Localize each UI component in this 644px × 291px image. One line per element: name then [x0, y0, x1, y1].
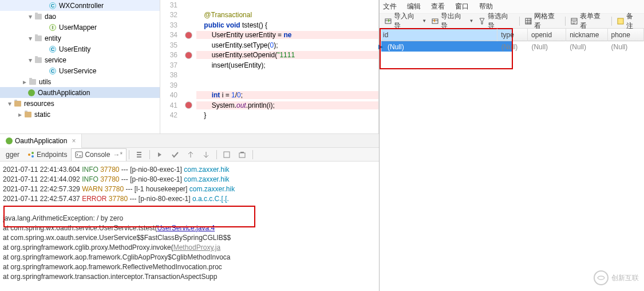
- cell[interactable]: (Null): [498, 41, 528, 53]
- editor-line[interactable]: 31: [160, 0, 378, 10]
- toolbar-导入向导[interactable]: 导入向导▼: [382, 15, 429, 27]
- tree-item-utils[interactable]: ▸utils: [0, 76, 160, 87]
- editor-line[interactable]: 36 userEntity.setOpenid("1111: [160, 50, 378, 61]
- separator: [252, 150, 253, 159]
- toolbar-btn-5[interactable]: [199, 148, 214, 161]
- tool-icon: [524, 17, 532, 25]
- tree-item-oauthapplication[interactable]: OauthApplication: [0, 87, 160, 98]
- editor-line[interactable]: 42 }: [160, 111, 378, 121]
- svg-rect-5: [137, 154, 141, 155]
- code-text: int i = 1/0;: [196, 91, 378, 99]
- separator: [565, 17, 566, 26]
- toolbar-btn-4[interactable]: [183, 148, 199, 161]
- menu-window[interactable]: 窗口: [455, 2, 469, 11]
- data-grid[interactable]: ▶ idtypeopenidnicknamephone(Null)(Null)(…: [380, 29, 644, 291]
- dropdown-icon[interactable]: ▼: [469, 18, 473, 23]
- chevron-icon[interactable]: ▾: [26, 56, 34, 64]
- tree-item-label: UserEntity: [59, 45, 90, 53]
- cell[interactable]: (Null): [528, 41, 566, 53]
- svg-point-2: [31, 155, 34, 158]
- console-output[interactable]: 2021-07-11 22:41:43.604 INFO 37780 --- […: [3, 165, 376, 282]
- toolbar-btn-1[interactable]: [132, 148, 147, 161]
- breakpoint-icon[interactable]: [185, 32, 192, 38]
- column-header-id[interactable]: id: [380, 29, 497, 41]
- breakpoint-icon[interactable]: [185, 102, 192, 108]
- column-header-nickname[interactable]: nickname: [566, 29, 607, 41]
- toolbar-btn-2[interactable]: [152, 148, 168, 161]
- toolbar-表单查看[interactable]: 表单查看: [568, 15, 609, 27]
- chevron-icon[interactable]: ▸: [21, 78, 29, 86]
- close-icon[interactable]: ×: [72, 137, 76, 145]
- menu-file[interactable]: 文件: [383, 2, 397, 11]
- toolbar-btn-3[interactable]: [168, 148, 183, 161]
- chevron-icon[interactable]: ▸: [16, 111, 24, 119]
- editor-line[interactable]: 40 int i = 1/0;: [160, 91, 378, 101]
- editor-line[interactable]: 38: [160, 70, 378, 81]
- code-text: UserEntity userEntity = ne: [196, 31, 378, 39]
- line-number: 38: [160, 71, 180, 79]
- project-tree[interactable]: CWXConntroller▾daoIUserMapper▾entityCUse…: [0, 0, 160, 133]
- svg-rect-14: [618, 18, 623, 24]
- line-number: 33: [160, 21, 180, 29]
- tree-item-dao[interactable]: ▾dao: [0, 11, 160, 22]
- table-row[interactable]: (Null)(Null)(Null)(Null)(Null): [380, 41, 644, 53]
- endpoints-tab[interactable]: Endpoints: [23, 148, 71, 161]
- tree-item-resources[interactable]: ▾resources: [0, 98, 160, 109]
- folder-icon: [34, 13, 42, 21]
- tree-item-service[interactable]: ▾service: [0, 54, 160, 65]
- toolbar-导出向导[interactable]: 导出向导▼: [429, 15, 476, 27]
- breakpoint-gutter[interactable]: [180, 102, 196, 108]
- editor-line[interactable]: 35 userEntity.setType(0);: [160, 40, 378, 50]
- column-header-type[interactable]: type: [497, 29, 528, 41]
- tree-item-label: entity: [45, 34, 61, 42]
- tree-item-label: resources: [24, 100, 54, 108]
- toolbar-btn-6[interactable]: [219, 148, 235, 161]
- svg-point-1: [31, 152, 34, 154]
- toolbar-btn-7[interactable]: [235, 148, 250, 161]
- toolbar-筛选向导[interactable]: 筛选向导: [476, 15, 517, 27]
- svg-rect-7: [224, 152, 230, 158]
- tree-item-entity[interactable]: ▾entity: [0, 33, 160, 44]
- svg-point-15: [594, 271, 608, 285]
- menu-view[interactable]: 查看: [431, 2, 445, 11]
- breakpoint-gutter[interactable]: [180, 32, 196, 38]
- toolbar-备注[interactable]: 备注: [614, 15, 642, 27]
- run-tab-label: OauthApplication: [15, 137, 67, 145]
- tree-item-static[interactable]: ▸static: [0, 109, 160, 120]
- interface-icon: I: [49, 23, 57, 32]
- editor-line[interactable]: 33 public void tstest() {: [160, 20, 378, 30]
- cell[interactable]: (Null): [380, 41, 498, 53]
- code-editor[interactable]: 3132 @Transactional33 public void tstest…: [160, 0, 379, 133]
- folder-icon: [24, 111, 32, 119]
- chevron-icon[interactable]: ▾: [26, 13, 34, 21]
- editor-line[interactable]: 37 insert(userEntity);: [160, 60, 378, 70]
- grid-header: ▶ idtypeopenidnicknamephone(Null)(Null)(…: [380, 29, 644, 41]
- run-tab-bar: OauthApplication ×: [0, 134, 379, 148]
- run-tab[interactable]: OauthApplication ×: [0, 134, 82, 148]
- debugger-tab[interactable]: gger: [2, 148, 23, 161]
- column-header-openid[interactable]: openid: [528, 29, 566, 41]
- log-line: 2021-07-11 22:42:57.329 WARN 37780 --- […: [3, 184, 376, 194]
- chevron-icon[interactable]: ▾: [26, 34, 34, 42]
- cell[interactable]: (Null): [566, 41, 607, 53]
- toolbar-网格查看[interactable]: 网格查看: [522, 15, 563, 27]
- column-header-phone[interactable]: phone: [608, 29, 645, 41]
- tree-item-usermapper[interactable]: IUserMapper: [0, 22, 160, 33]
- editor-line[interactable]: 39: [160, 80, 378, 91]
- breakpoint-gutter[interactable]: [180, 52, 196, 58]
- cell[interactable]: (Null): [608, 41, 644, 53]
- editor-line[interactable]: 32 @Transactional: [160, 10, 378, 21]
- tree-item-userservice[interactable]: CUserService: [0, 65, 160, 76]
- tree-item-userentity[interactable]: CUserEntity: [0, 44, 160, 54]
- breakpoint-icon[interactable]: [185, 52, 192, 58]
- tree-item-label: service: [45, 56, 66, 64]
- editor-line[interactable]: 34 UserEntity userEntity = ne: [160, 30, 378, 41]
- tree-item-wxconntroller[interactable]: CWXConntroller: [0, 0, 160, 11]
- chevron-icon[interactable]: ▾: [6, 100, 14, 108]
- console-tab[interactable]: Console →*: [71, 148, 127, 161]
- editor-line[interactable]: 41 System.out.println(i);: [160, 100, 378, 111]
- menu-help[interactable]: 帮助: [479, 2, 493, 11]
- dropdown-icon[interactable]: ▼: [422, 18, 426, 23]
- line-number: 35: [160, 41, 180, 49]
- menu-edit[interactable]: 编辑: [407, 2, 421, 11]
